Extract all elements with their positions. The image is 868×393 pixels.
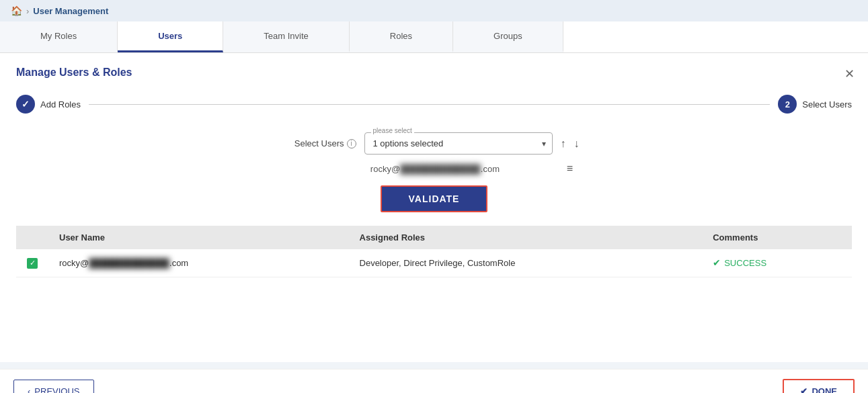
tab-groups[interactable]: Groups xyxy=(453,21,563,52)
tab-roles[interactable]: Roles xyxy=(350,21,453,52)
username-prefix: rocky@ xyxy=(59,258,89,268)
previous-button[interactable]: ‹ PREVIOUS xyxy=(13,380,94,393)
row-username: rocky@█████████████.com xyxy=(48,249,349,277)
select-users-dropdown[interactable]: 1 options selected xyxy=(364,132,553,155)
col-username: User Name xyxy=(48,226,349,249)
tab-users[interactable]: Users xyxy=(118,21,223,52)
select-float-label: please select xyxy=(371,127,414,134)
col-checkbox xyxy=(16,226,48,249)
done-label: DONE xyxy=(812,386,837,393)
download-button[interactable]: ↓ xyxy=(574,138,580,150)
previous-label: PREVIOUS xyxy=(34,386,79,393)
list-icon: ≡ xyxy=(567,163,573,175)
step-2: 2 Select Users xyxy=(778,95,852,114)
status-text: SUCCESS xyxy=(724,258,766,268)
main-content: Manage Users & Roles ✕ Add Roles 2 Selec… xyxy=(0,53,868,362)
username-suffix: .com xyxy=(169,258,188,268)
done-button[interactable]: ✔ DONE xyxy=(783,379,855,393)
row-assigned-roles: Developer, Direct Privilege, CustomRole xyxy=(349,249,703,277)
checkbox-checked-icon[interactable]: ✓ xyxy=(27,258,38,269)
check-circle-icon: ✔ xyxy=(800,386,807,393)
col-assigned-roles: Assigned Roles xyxy=(349,226,703,249)
step-2-circle: 2 xyxy=(778,95,797,114)
email-blurred: █████████████ xyxy=(400,164,481,174)
table-section: User Name Assigned Roles Comments ✓ rock… xyxy=(16,226,852,277)
step-line xyxy=(89,104,770,105)
row-comments: ✔ SUCCESS xyxy=(702,249,852,277)
select-users-wrapper: please select 1 options selected ▾ xyxy=(364,132,553,155)
users-table: User Name Assigned Roles Comments ✓ rock… xyxy=(16,226,852,277)
breadcrumb: 🏠 › User Management xyxy=(0,0,868,21)
section-title: Manage Users & Roles xyxy=(16,67,852,79)
email-prefix: rocky@ xyxy=(370,164,400,174)
tabs-bar: My Roles Users Team Invite Roles Groups xyxy=(0,21,868,53)
status-badge: ✔ SUCCESS xyxy=(713,257,841,268)
step-1-label: Add Roles xyxy=(40,99,81,110)
table-header-row: User Name Assigned Roles Comments xyxy=(16,226,852,249)
row-checkbox-cell[interactable]: ✓ xyxy=(16,249,48,277)
select-users-row: Select Users i please select 1 options s… xyxy=(16,132,852,155)
home-icon[interactable]: 🏠 xyxy=(11,5,22,16)
table-row: ✓ rocky@█████████████.com Developer, Dir… xyxy=(16,249,852,277)
email-row: rocky@█████████████.com ≡ xyxy=(16,163,852,175)
step-1-circle xyxy=(16,95,35,114)
breadcrumb-current: User Management xyxy=(33,6,108,16)
breadcrumb-chevron: › xyxy=(26,6,29,16)
validate-button[interactable]: VALIDATE xyxy=(381,185,488,212)
step-1: Add Roles xyxy=(16,95,81,114)
bottom-bar: ‹ PREVIOUS ✔ DONE xyxy=(0,369,868,393)
info-icon[interactable]: i xyxy=(347,139,356,148)
email-suffix: .com xyxy=(481,164,500,174)
email-display: rocky@█████████████.com xyxy=(370,164,559,174)
upload-button[interactable]: ↑ xyxy=(561,138,566,150)
step-2-label: Select Users xyxy=(802,99,852,110)
col-comments: Comments xyxy=(702,226,852,249)
close-button[interactable]: ✕ xyxy=(844,67,855,81)
stepper: Add Roles 2 Select Users xyxy=(16,95,852,114)
success-icon: ✔ xyxy=(713,257,721,268)
chevron-left-icon: ‹ xyxy=(28,386,30,393)
tab-my-roles[interactable]: My Roles xyxy=(0,21,118,52)
validate-row: VALIDATE xyxy=(16,185,852,212)
tab-team-invite[interactable]: Team Invite xyxy=(223,21,349,52)
username-blurred: █████████████ xyxy=(89,258,169,268)
select-users-label: Select Users i xyxy=(289,138,356,148)
